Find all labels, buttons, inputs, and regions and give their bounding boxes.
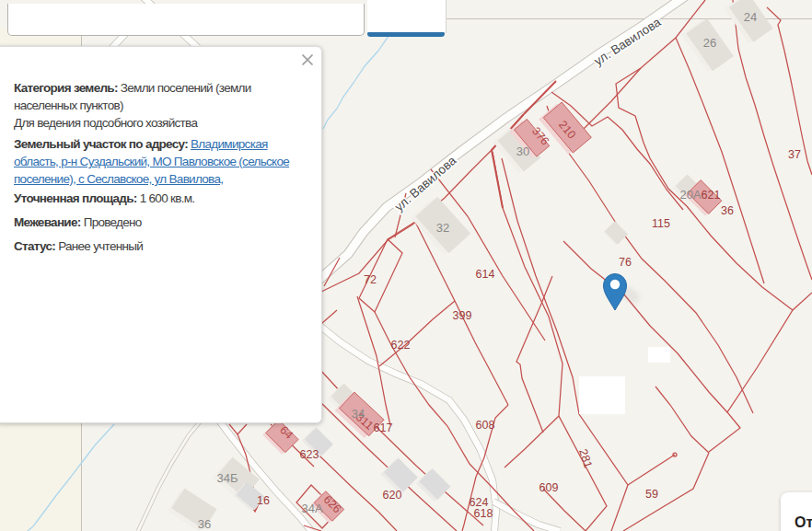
- svg-text:16: 16: [257, 494, 270, 507]
- svg-text:623: 623: [300, 448, 319, 461]
- svg-text:26: 26: [703, 36, 716, 50]
- svg-text:36: 36: [721, 204, 734, 217]
- svg-text:609: 609: [539, 481, 559, 494]
- svg-text:24: 24: [744, 10, 757, 24]
- svg-text:618: 618: [474, 507, 493, 520]
- svg-text:622: 622: [391, 339, 411, 352]
- svg-text:30: 30: [516, 144, 529, 158]
- svg-text:115: 115: [652, 217, 670, 230]
- svg-text:34А: 34А: [301, 502, 322, 515]
- svg-text:76: 76: [619, 256, 632, 269]
- svg-text:72: 72: [364, 273, 377, 286]
- svg-text:59: 59: [645, 488, 658, 501]
- svg-text:34Б: 34Б: [217, 471, 238, 485]
- svg-text:620: 620: [383, 489, 402, 502]
- svg-text:608: 608: [476, 419, 495, 432]
- svg-text:32: 32: [436, 221, 449, 235]
- svg-text:20А: 20А: [679, 188, 701, 202]
- svg-text:399: 399: [453, 309, 472, 322]
- svg-text:36: 36: [198, 517, 211, 531]
- svg-text:614: 614: [476, 268, 495, 281]
- svg-text:37: 37: [788, 148, 801, 161]
- svg-text:34: 34: [352, 407, 365, 421]
- svg-text:617: 617: [374, 421, 393, 434]
- svg-text:621: 621: [702, 189, 721, 202]
